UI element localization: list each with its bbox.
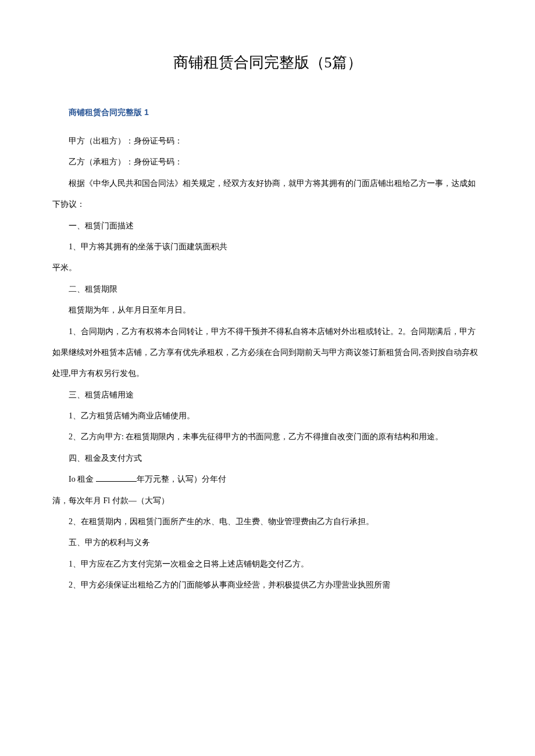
paragraph: 2、甲方必须保证出租给乙方的门面能够从事商业经营，并积极提供乙方办理营业执照所需: [52, 575, 483, 596]
document-page: 商铺租赁合同完整版（5篇） 商铺租赁合同完整版 1 甲方（出租方）：身份证号码：…: [0, 0, 535, 631]
paragraph: 1、甲方应在乙方支付完第一次租金之日将上述店铺钥匙交付乙方。: [52, 554, 483, 575]
paragraph: 一、租赁门面描述: [52, 216, 483, 237]
blank-line: [96, 481, 137, 482]
paragraph: 乙方（承租方）：身份证号码：: [52, 152, 483, 173]
paragraph: 租赁期为年，从年月日至年月日。: [52, 300, 483, 321]
text-fragment: 年万元整，认写）分年付: [137, 475, 226, 483]
paragraph: 1、乙方租赁店铺为商业店铺使用。: [52, 406, 483, 427]
paragraph: Io 租金 年万元整，认写）分年付: [52, 469, 483, 490]
paragraph: 1、甲方将其拥有的坐落于该门面建筑面积共: [52, 237, 483, 257]
paragraph: 清，每次年月 Fl 付款—（大写）: [52, 490, 483, 511]
paragraph: 2、乙方向甲方: 在租赁期限内，未事先征得甲方的书面同意，乙方不得擅自改变门面的…: [52, 427, 483, 447]
paragraph: 甲方（出租方）：身份证号码：: [52, 131, 483, 152]
document-title: 商铺租赁合同完整版（5篇）: [52, 52, 483, 73]
paragraph: 1、合同期内，乙方有权将本合同转让，甲方不得干预并不得私自将本店铺对外出租或转让…: [52, 321, 483, 385]
paragraph: 五、甲方的权利与义务: [52, 532, 483, 553]
paragraph: 平米。: [52, 257, 483, 278]
text-fragment: Io 租金: [69, 475, 96, 483]
paragraph: 四、租金及支付方式: [52, 448, 483, 469]
paragraph: 二、租赁期限: [52, 279, 483, 300]
paragraph: 2、在租赁期内，因租赁门面所产生的水、电、卫生费、物业管理费由乙方自行承担。: [52, 511, 483, 532]
section-subheading: 商铺租赁合同完整版 1: [52, 108, 483, 118]
paragraph: 根据《中华人民共和国合同法》相关规定，经双方友好协商，就甲方将其拥有的门面店铺出…: [52, 173, 483, 216]
paragraph: 三、租赁店铺用途: [52, 385, 483, 406]
